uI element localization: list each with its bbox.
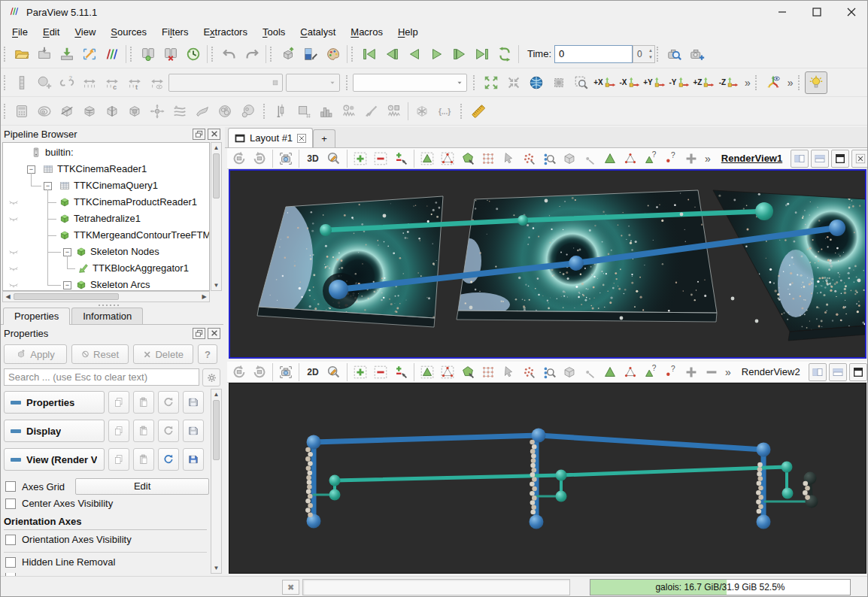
query-cells-button[interactable]: ? — [641, 362, 660, 382]
sel-tri-button[interactable] — [417, 149, 437, 168]
visibility-eye-toggle[interactable] — [8, 262, 20, 277]
view-name-label[interactable]: RenderView1 — [721, 153, 782, 164]
toolbar-overflow[interactable]: » — [742, 77, 754, 89]
search-input[interactable] — [4, 368, 199, 386]
toolbar-overflow[interactable]: » — [722, 366, 734, 378]
point-interpolator-button[interactable] — [411, 100, 433, 123]
menu-catalyst[interactable]: Catalyst — [293, 25, 342, 39]
view-mode-button[interactable]: 2D — [302, 367, 323, 377]
component-combo[interactable] — [286, 74, 340, 92]
grow-plus-button[interactable] — [681, 362, 701, 382]
menu-file[interactable]: File — [5, 25, 35, 39]
save-defaults-button[interactable] — [183, 391, 204, 414]
split-vertical-button[interactable] — [829, 363, 847, 381]
color-bar-button[interactable] — [11, 71, 33, 94]
capture-screenshot-button[interactable] — [276, 362, 296, 382]
tree-item[interactable]: −Skeleton Nodes — [3, 244, 209, 260]
camera-plusz-button[interactable]: +Z — [692, 71, 717, 94]
probe-button[interactable] — [580, 149, 599, 168]
toolbar-overflow[interactable]: » — [702, 153, 714, 165]
redo-button[interactable] — [241, 43, 263, 65]
section-properties[interactable]: Properties — [4, 391, 105, 414]
copy-button[interactable] — [108, 420, 129, 442]
paste-button[interactable] — [133, 391, 154, 414]
center-axes-checkbox[interactable] — [5, 499, 16, 509]
close-tab-icon[interactable] — [297, 134, 306, 143]
sel-cursor-button[interactable] — [499, 362, 518, 382]
zoom-to-box-button[interactable] — [570, 71, 593, 94]
renderview2-canvas[interactable] — [229, 383, 866, 573]
sel-plus-button[interactable] — [351, 362, 370, 382]
loop-button[interactable] — [493, 43, 516, 65]
hover-cells-button[interactable] — [600, 362, 620, 382]
menu-macros[interactable]: Macros — [344, 25, 390, 39]
save-state-button[interactable] — [33, 43, 56, 65]
split-horizontal-button[interactable] — [791, 150, 809, 168]
plot-over-line-button[interactable] — [360, 100, 383, 123]
maximize-view-button[interactable] — [831, 150, 849, 168]
representation-combo[interactable] — [353, 74, 467, 92]
close-dock-icon[interactable] — [208, 129, 220, 140]
reset-button[interactable]: Reset — [71, 344, 129, 364]
rotate-right-button[interactable] — [250, 362, 269, 382]
view-mode-button[interactable]: 3D — [302, 153, 323, 164]
tab-properties[interactable]: Properties — [3, 308, 70, 325]
sel-plusminus-button[interactable] — [391, 362, 411, 382]
calculator-button[interactable] — [11, 100, 33, 123]
sel-dots-blue-button[interactable] — [539, 362, 559, 382]
connect-button[interactable] — [137, 43, 159, 65]
save-defaults-button[interactable] — [183, 420, 204, 442]
extract-selection-button[interactable] — [293, 100, 315, 123]
camera-minusx-button[interactable]: -X — [618, 71, 642, 94]
query-cells-button[interactable]: ? — [641, 149, 660, 168]
camera-minusz-button[interactable]: -Z — [717, 71, 742, 94]
orientation-axes-checkbox[interactable] — [5, 535, 16, 545]
zoom-pencil-button[interactable] — [324, 149, 344, 168]
sel-tri-pts-button[interactable] — [438, 149, 457, 168]
camera-plusy-button[interactable]: +Y — [642, 71, 667, 94]
sel-poly-button[interactable] — [458, 362, 478, 382]
menu-tools[interactable]: Tools — [256, 25, 292, 39]
split-horizontal-button[interactable] — [809, 363, 827, 381]
clip-button[interactable] — [56, 100, 78, 123]
copy-button[interactable] — [108, 391, 129, 414]
first-frame-button[interactable] — [358, 43, 381, 65]
light-kit-button[interactable] — [805, 71, 827, 94]
clear-status-button[interactable]: ✖ — [282, 580, 299, 595]
camera-plusx-button[interactable]: +X — [593, 71, 618, 94]
sel-dots-red-button[interactable] — [519, 149, 539, 168]
delete-button[interactable]: Delete — [133, 344, 193, 364]
zoom-pencil-button[interactable] — [324, 362, 344, 382]
save-defaults-button[interactable] — [183, 448, 204, 471]
menu-view[interactable]: View — [68, 25, 102, 39]
sel-cube-button[interactable] — [560, 149, 579, 168]
sel-plusminus-button[interactable] — [391, 149, 411, 168]
rotate-left-button[interactable] — [229, 149, 249, 168]
hover-points-button[interactable] — [621, 149, 640, 168]
rescale-temporal-button[interactable]: t — [123, 71, 146, 94]
save-data-button[interactable] — [56, 43, 78, 65]
open-button[interactable] — [11, 43, 33, 65]
sel-poly-button[interactable] — [458, 149, 478, 168]
visibility-eye-toggle[interactable] — [8, 246, 20, 260]
sel-dots-blue-button[interactable] — [539, 149, 559, 168]
rescale-range-button[interactable] — [78, 71, 101, 94]
menu-help[interactable]: Help — [391, 25, 425, 39]
glyph-button[interactable] — [146, 100, 168, 123]
camera-minusy-button[interactable]: -Y — [667, 71, 692, 94]
toolbar-overflow[interactable]: » — [785, 77, 797, 89]
hidden-line-checkbox[interactable] — [5, 557, 16, 568]
maximize-view-button[interactable] — [849, 363, 867, 381]
help-button[interactable]: ? — [198, 344, 217, 364]
zoom-camera-button[interactable] — [663, 43, 686, 65]
layout-tab[interactable]: Layout #1 — [228, 128, 313, 147]
sel-dots-red-button[interactable] — [519, 362, 539, 382]
sel-minus-button[interactable] — [371, 149, 390, 168]
sel-cursor-button[interactable] — [499, 149, 518, 168]
close-dock-icon[interactable] — [208, 328, 220, 339]
view-name-label[interactable]: RenderView2 — [742, 366, 800, 377]
rescale-visible-button[interactable] — [146, 71, 168, 94]
plot-selection-over-time-button[interactable] — [383, 100, 405, 123]
threshold-button[interactable] — [101, 100, 123, 123]
menu-edit[interactable]: Edit — [36, 25, 66, 39]
